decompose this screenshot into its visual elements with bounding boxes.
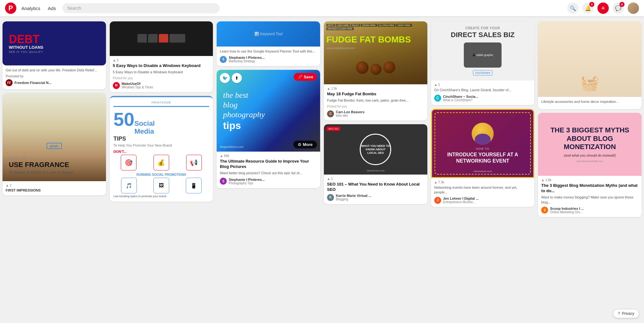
photo-author: Stephanie I Pinteres... — [229, 178, 264, 181]
nav-analytics[interactable]: Analytics — [21, 6, 40, 11]
keto-label-3: PALEO — [351, 24, 360, 27]
more-button[interactable]: ⊙ More — [293, 141, 317, 148]
direct-card[interactable]: CREATE FOR YOUR DIRECT SALES BIZ 📱 table… — [431, 21, 535, 105]
keto-label-7: REFINED-SUGAR-FREE — [326, 27, 354, 30]
windows-saves: 2 — [117, 58, 119, 62]
cinch-avatar: C — [434, 95, 441, 102]
myths-sub: (and what you should do instead!) — [564, 153, 616, 157]
glade-how: HOW TO — [9, 156, 100, 160]
kw-desc: Learn how to use the Google Keyword Plan… — [220, 49, 317, 54]
direct-desc: On CinchShare's Blog, Laurie Girardi, fo… — [434, 88, 531, 92]
keto-label-5: GLUTEN-FREE — [378, 24, 396, 27]
photo-cursive-1: the best — [223, 90, 248, 100]
network-inner-border: HOW TO INTRODUCE YOURSELF AT A NETWORKIN… — [435, 112, 531, 175]
seo-site: JanetKrack.com — [367, 169, 385, 172]
photo-cursive-2: blog — [223, 100, 237, 110]
do-item-3: 📱 — [186, 178, 202, 193]
main-nav: Analytics Ads — [21, 6, 56, 11]
glade-card[interactable]: glade HOW TO USE FRAGRANCE To Make A Roo… — [3, 93, 106, 195]
myths-desc: Want to make money blogging? Make sure y… — [541, 195, 638, 205]
fudge-title: May 18 Fudge Fat Bombs — [327, 92, 424, 97]
user-avatar[interactable] — [628, 3, 639, 14]
windows-subcategory: Windows Tips & Tricks — [122, 86, 153, 89]
freedom-author: Freedom Financial N... — [14, 81, 51, 85]
fudge-desc: Fudge Fat Bombs: Keto, low-carb, paleo, … — [327, 98, 424, 103]
photo-desc: Want better blog pictures? Check out thi… — [220, 171, 317, 175]
myths-site: www.thesweetestlif.com — [576, 160, 603, 163]
direct-img: CREATE FOR YOUR DIRECT SALES BIZ 📱 table… — [431, 21, 535, 81]
header-actions: 🔍 🔔 2 + 💬 6 — [567, 3, 639, 14]
glade-saves: 2 — [10, 184, 12, 187]
keto-label-1: KETO — [326, 24, 335, 27]
dont-items: 🎯 💰 📢 — [114, 155, 209, 170]
photo-tips: tips — [223, 120, 241, 131]
running-label: RUNNING SOCIAL PROMOTIONS — [114, 173, 209, 176]
dont-item-3: 📢 — [186, 155, 202, 170]
direct-title: DIRECT SALES BIZ — [451, 31, 515, 39]
myths-card[interactable]: THE 3 BIGGEST MYTHS ABOUT BLOG MONETIZAT… — [538, 113, 641, 217]
save-button[interactable]: 📌 Save — [294, 73, 317, 81]
windows-img — [110, 21, 213, 56]
direct-sub: What is CinchShare? — [443, 98, 478, 102]
fudge-overlay: KETO LOW-CARB PALEO GRAIN-FREE GLUTEN-FR… — [324, 21, 427, 84]
network-title: INTRODUCE YOURSELF AT A NETWORKING EVENT — [439, 152, 527, 164]
share-icon[interactable]: ⬆ — [232, 73, 242, 83]
add-icon[interactable]: + — [597, 3, 609, 14]
photo-card[interactable]: 🐦 ⬆ 📌 Save the best blog photography tip… — [217, 70, 320, 188]
seo-circle: WHAT YOU NEED TO KNOW ABOUT LOCAL SEO — [360, 134, 391, 165]
windows-title: 5 Easy Ways to Disable a Windows Keyboar… — [113, 63, 210, 69]
network-site: mavresious.com — [474, 170, 492, 173]
seo-badge: SEO 101 — [326, 127, 340, 131]
network-img: HOW TO INTRODUCE YOURSELF AT A NETWORKIN… — [431, 109, 535, 178]
windows-saves-icon: ▲ — [113, 58, 116, 62]
pin-columns: DEBT WITHOUT LOANS SEE IF YOU QUALIFY Ge… — [3, 21, 641, 217]
nav-ads[interactable]: Ads — [48, 6, 56, 11]
notifications-icon[interactable]: 🔔 2 — [582, 3, 594, 14]
photo-cursive-3: photography — [223, 110, 265, 120]
seo-avatar: K — [327, 194, 334, 201]
windows-label: Picked for you — [113, 76, 210, 80]
windows-desc: 5 Easy Ways to Disable a Windows Keyboar… — [113, 70, 210, 75]
network-card[interactable]: HOW TO INTRODUCE YOURSELF AT A NETWORKIN… — [431, 109, 535, 207]
bird-icon[interactable]: 🐦 — [220, 73, 230, 83]
seo-card[interactable]: SEO 101 WHAT YOU NEED TO KNOW ABOUT LOCA… — [324, 124, 427, 204]
search-input[interactable]: Search — [62, 3, 219, 13]
printsome-card[interactable]: printsome 50 Social Media TIPS To Help Y… — [110, 96, 213, 202]
kw-avatar: S — [220, 56, 227, 63]
glade-logo: glade — [47, 143, 62, 149]
keto-label-4: GRAIN-FREE — [361, 24, 377, 27]
fudge-title-img: FUDGE FAT BOMBS — [324, 33, 427, 47]
kw-author: Stephanie I Pinteres... — [229, 56, 264, 59]
photo-site: blogambitions.com — [220, 145, 243, 148]
network-sub: Entrepreneur+Busine... — [443, 200, 479, 204]
search-icon-btn[interactable]: 🔍 — [567, 3, 579, 14]
debt-desc: Get out of debt and on with your life. F… — [6, 68, 103, 73]
basket-card[interactable]: 🧺 Lifestyle accessories and home decor i… — [538, 21, 641, 109]
dont-item-2: 💰 — [153, 155, 169, 170]
windows-card[interactable]: ▲ 2 5 Easy Ways to Disable a Windows Key… — [110, 21, 213, 92]
network-saves-row: ▲7.3k — [434, 181, 531, 184]
kw-sub: Marketing Strategy — [229, 59, 264, 63]
column-2: ▲ 2 5 Easy Ways to Disable a Windows Key… — [110, 21, 213, 202]
kw-card[interactable]: 📊 Keyword Tool Learn how to use the Goog… — [217, 21, 320, 66]
direct-create: CREATE FOR YOUR — [465, 26, 500, 30]
myths-sub-label: Online Marketing Gro... — [550, 210, 584, 214]
windows-author: MakeUseOf — [122, 82, 153, 86]
glade-footer-label: FIRST IMPRESSIONS — [6, 188, 41, 192]
myths-title: THE 3 BIGGEST MYTHS ABOUT BLOG MONETIZAT… — [544, 126, 635, 151]
messages-icon[interactable]: 💬 6 — [613, 3, 624, 14]
printsome-num: 50 — [114, 110, 135, 129]
makeuseOf-avatar: M — [113, 82, 120, 89]
debt-card[interactable]: DEBT WITHOUT LOANS SEE IF YOU QUALIFY Ge… — [3, 21, 106, 89]
fudge-avatar: C — [327, 110, 334, 117]
fudge-card[interactable]: KETO LOW-CARB PALEO GRAIN-FREE GLUTEN-FR… — [324, 21, 427, 120]
fudge-img: KETO LOW-CARB PALEO GRAIN-FREE GLUTEN-FR… — [324, 21, 427, 84]
printsome-promote: To Help You Promote Your New Brand — [114, 143, 209, 147]
do-items: 🎵 🖼 📱 — [114, 178, 209, 193]
photo-saves: 646 — [224, 154, 229, 158]
key-2 — [148, 34, 158, 43]
myths-card-img: THE 3 BIGGEST MYTHS ABOUT BLOG MONETIZAT… — [538, 113, 641, 176]
pinterest-logo[interactable]: P — [5, 3, 16, 14]
notifications-badge: 2 — [589, 2, 594, 7]
photo-footer: S Stephanie I Pinteres... Photography Ti… — [220, 178, 317, 185]
